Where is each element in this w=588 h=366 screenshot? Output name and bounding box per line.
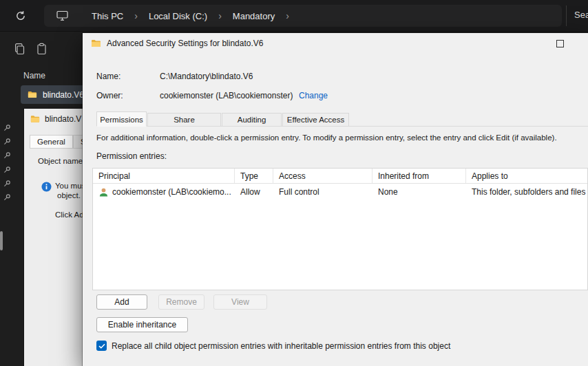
folder-icon — [28, 90, 37, 99]
search-input[interactable]: Sea — [574, 10, 588, 20]
dialog-title: Advanced Security Settings for blindato.… — [107, 39, 263, 48]
advanced-dialog-titlebar: Advanced Security Settings for blindato.… — [83, 33, 588, 54]
cell-access: Full control — [273, 187, 372, 197]
properties-dialog-title: blindato.V — [45, 114, 81, 124]
dialog-tabs: Permissions Share Auditing Effective Acc… — [96, 111, 588, 127]
refresh-icon[interactable] — [15, 10, 26, 21]
header-principal[interactable]: Principal — [93, 169, 235, 183]
header-applies-to[interactable]: Applies to — [466, 169, 587, 183]
tab-auditing[interactable]: Auditing — [222, 113, 282, 126]
click-advanced-note: Click Ad — [55, 211, 84, 219]
cell-type: Allow — [235, 187, 273, 197]
check-icon — [98, 343, 105, 349]
breadcrumb-separator-icon: › — [218, 10, 222, 21]
search-divider — [566, 6, 567, 26]
file-name-label: blindato.V6 — [43, 90, 84, 100]
view-button[interactable]: View — [213, 294, 267, 310]
table-header-row: Principal Type Access Inherited from App… — [93, 169, 587, 184]
object-name-label: Object name: — [38, 157, 85, 165]
this-pc-icon — [56, 10, 68, 21]
enable-inheritance-button[interactable]: Enable inheritance — [96, 317, 188, 332]
header-type[interactable]: Type — [235, 169, 273, 183]
folder-icon — [30, 115, 40, 123]
cell-applies-to: This folder, subfolders and files — [466, 187, 587, 197]
pin-icon[interactable] — [3, 151, 11, 161]
pin-icon[interactable] — [3, 193, 11, 203]
pin-icon[interactable] — [3, 180, 11, 189]
cell-principal: cookiemonster (LAB\cookiemo... — [112, 187, 231, 197]
name-label: Name: — [96, 72, 120, 81]
instructions-text: For additional information, double-click… — [96, 133, 587, 142]
user-icon — [98, 187, 109, 197]
address-bar[interactable]: This PC › Local Disk (C:) › Mandatory › — [44, 5, 562, 27]
file-row-blindato[interactable]: blindato.V6 — [21, 85, 84, 104]
replace-permissions-label: Replace all child object permission entr… — [112, 341, 450, 351]
header-inherited-from[interactable]: Inherited from — [372, 169, 466, 183]
owner-value: cookiemonster (LAB\cookiemonster) — [160, 91, 293, 100]
advanced-security-dialog: Advanced Security Settings for blindato.… — [83, 33, 588, 366]
pin-icon[interactable] — [3, 138, 11, 147]
breadcrumb-this-pc[interactable]: This PC — [89, 11, 126, 21]
change-owner-link[interactable]: Change — [299, 91, 328, 100]
tab-general[interactable]: General — [30, 135, 73, 149]
permission-entries-label: Permission entries: — [96, 151, 167, 161]
folder-icon — [91, 39, 101, 47]
breadcrumb-separator-icon: › — [286, 10, 289, 21]
pin-icon[interactable] — [3, 166, 11, 175]
scrollbar-thumb[interactable] — [0, 231, 3, 250]
paste-icon[interactable] — [36, 43, 48, 58]
pin-icon[interactable] — [3, 124, 11, 133]
breadcrumb-mandatory[interactable]: Mandatory — [230, 11, 277, 21]
screen: This PC › Local Disk (C:) › Mandatory › … — [0, 0, 588, 366]
tab-permissions[interactable]: Permissions — [96, 111, 147, 127]
header-access[interactable]: Access — [273, 169, 372, 183]
cell-inherited-from: None — [372, 187, 466, 197]
column-header-name[interactable]: Name — [23, 71, 45, 80]
maximize-button[interactable] — [556, 40, 564, 47]
tab-share[interactable]: Share — [147, 113, 221, 126]
breadcrumb-separator-icon: › — [134, 10, 138, 21]
owner-label: Owner: — [96, 91, 123, 100]
add-button[interactable]: Add — [96, 294, 147, 310]
remove-button[interactable]: Remove — [158, 294, 204, 310]
replace-permissions-checkbox[interactable] — [96, 341, 107, 351]
copy-icon[interactable] — [14, 43, 25, 58]
permissions-note-line1: You mus — [55, 182, 85, 190]
replace-permissions-row: Replace all child object permission entr… — [96, 341, 450, 351]
permission-entries-table: Principal Type Access Inherited from App… — [92, 168, 588, 290]
explorer-top-bar: This PC › Local Disk (C:) › Mandatory › … — [0, 0, 588, 32]
name-value: C:\Mandatory\blindato.V6 — [160, 72, 253, 81]
info-icon — [41, 182, 52, 194]
tab-effective-access[interactable]: Effective Access — [282, 113, 349, 126]
table-row[interactable]: cookiemonster (LAB\cookiemo... Allow Ful… — [93, 184, 587, 200]
permissions-note-line2: object. — [57, 191, 81, 200]
breadcrumb-local-disk-c[interactable]: Local Disk (C:) — [146, 11, 210, 21]
